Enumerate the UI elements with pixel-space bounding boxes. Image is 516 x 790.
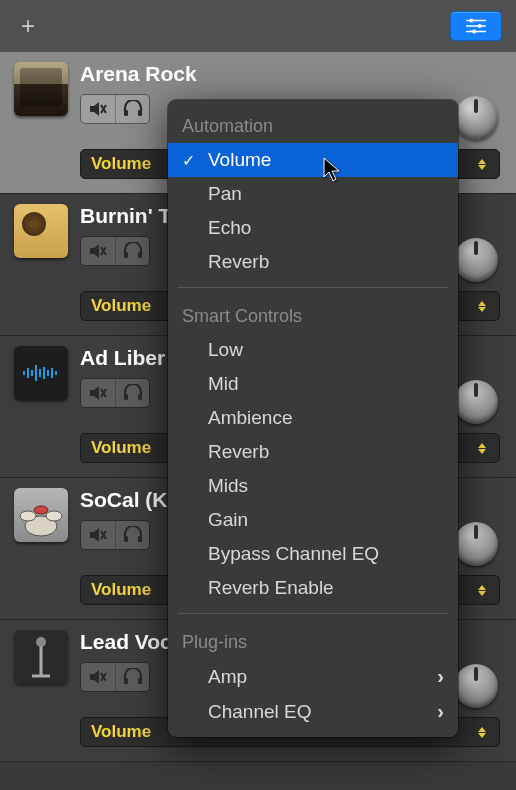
menu-item[interactable]: Low <box>168 333 458 367</box>
svg-point-0 <box>469 18 473 22</box>
svg-point-20 <box>46 511 62 521</box>
svg-rect-22 <box>124 536 128 542</box>
chevron-right-icon: › <box>437 665 444 688</box>
automation-parameter-label: Volume <box>91 438 151 458</box>
menu-item[interactable]: Reverb <box>168 245 458 279</box>
automation-parameter-label: Volume <box>91 722 151 742</box>
track-instrument-icon[interactable] <box>14 488 68 542</box>
menu-item-label: Mid <box>208 373 239 395</box>
track-instrument-icon[interactable] <box>14 204 68 258</box>
track-control-group <box>80 378 150 408</box>
track-instrument-icon[interactable] <box>14 346 68 400</box>
volume-knob[interactable] <box>454 380 498 424</box>
volume-knob[interactable] <box>454 664 498 708</box>
menu-item-label: Amp <box>208 666 247 688</box>
track-control-group <box>80 236 150 266</box>
menu-item[interactable]: ✓Volume <box>168 143 458 177</box>
mute-button[interactable] <box>81 237 115 265</box>
headphones-button[interactable] <box>115 237 149 265</box>
mute-button[interactable] <box>81 663 115 691</box>
menu-item[interactable]: Mids <box>168 469 458 503</box>
menu-item[interactable]: Gain <box>168 503 458 537</box>
updown-icon <box>475 585 489 596</box>
menu-item[interactable]: Channel EQ› <box>168 694 458 729</box>
track-name[interactable]: Arena Rock <box>80 62 502 86</box>
menu-item-label: Low <box>208 339 243 361</box>
updown-icon <box>475 443 489 454</box>
menu-section-title: Automation <box>168 106 458 143</box>
svg-rect-5 <box>124 252 128 258</box>
svg-point-21 <box>34 506 48 514</box>
menu-item[interactable]: Bypass Channel EQ <box>168 537 458 571</box>
track-instrument-icon[interactable] <box>14 62 68 116</box>
menu-item[interactable]: Mid <box>168 367 458 401</box>
svg-point-25 <box>36 637 46 647</box>
headphones-button[interactable] <box>115 663 149 691</box>
headphones-button[interactable] <box>115 379 149 407</box>
menu-separator <box>178 613 448 614</box>
menu-item-label: Volume <box>208 149 271 171</box>
automation-view-button[interactable] <box>450 11 502 41</box>
track-control-group <box>80 94 150 124</box>
mouse-cursor <box>323 157 343 187</box>
svg-rect-16 <box>124 394 128 400</box>
automation-icon <box>465 17 487 35</box>
menu-item-label: Channel EQ <box>208 701 312 723</box>
track-control-group <box>80 662 150 692</box>
svg-rect-23 <box>138 536 142 542</box>
menu-separator <box>178 287 448 288</box>
updown-icon <box>475 159 489 170</box>
menu-item-label: Gain <box>208 509 248 531</box>
menu-section-title: Smart Controls <box>168 296 458 333</box>
svg-point-2 <box>472 29 476 33</box>
svg-point-1 <box>478 24 482 28</box>
svg-rect-28 <box>138 678 142 684</box>
toolbar: + <box>0 0 516 52</box>
headphones-button[interactable] <box>115 521 149 549</box>
menu-item-label: Echo <box>208 217 251 239</box>
svg-rect-27 <box>124 678 128 684</box>
menu-section-title: Plug-ins <box>168 622 458 659</box>
menu-item-label: Pan <box>208 183 242 205</box>
svg-rect-4 <box>138 110 142 116</box>
svg-rect-6 <box>138 252 142 258</box>
mute-button[interactable] <box>81 521 115 549</box>
menu-item[interactable]: Pan <box>168 177 458 211</box>
menu-item-label: Reverb Enable <box>208 577 334 599</box>
menu-item[interactable]: Reverb Enable <box>168 571 458 605</box>
updown-icon <box>475 727 489 738</box>
automation-parameter-menu: Automation✓VolumePanEchoReverbSmart Cont… <box>168 100 458 737</box>
volume-knob[interactable] <box>454 522 498 566</box>
menu-item-label: Mids <box>208 475 248 497</box>
volume-knob[interactable] <box>454 238 498 282</box>
automation-parameter-label: Volume <box>91 154 151 174</box>
track-instrument-icon[interactable] <box>14 630 68 684</box>
menu-item[interactable]: Reverb <box>168 435 458 469</box>
svg-rect-3 <box>124 110 128 116</box>
add-track-button[interactable]: + <box>14 12 42 40</box>
checkmark-icon: ✓ <box>182 151 195 170</box>
svg-rect-17 <box>138 394 142 400</box>
mute-button[interactable] <box>81 95 115 123</box>
svg-point-19 <box>20 511 36 521</box>
updown-icon <box>475 301 489 312</box>
mute-button[interactable] <box>81 379 115 407</box>
track-control-group <box>80 520 150 550</box>
automation-parameter-label: Volume <box>91 296 151 316</box>
menu-item[interactable]: Amp› <box>168 659 458 694</box>
chevron-right-icon: › <box>437 700 444 723</box>
menu-item-label: Reverb <box>208 251 269 273</box>
automation-parameter-label: Volume <box>91 580 151 600</box>
menu-item[interactable]: Echo <box>168 211 458 245</box>
menu-item-label: Reverb <box>208 441 269 463</box>
volume-knob[interactable] <box>454 96 498 140</box>
menu-item-label: Bypass Channel EQ <box>208 543 379 565</box>
headphones-button[interactable] <box>115 95 149 123</box>
menu-item-label: Ambience <box>208 407 293 429</box>
menu-item[interactable]: Ambience <box>168 401 458 435</box>
